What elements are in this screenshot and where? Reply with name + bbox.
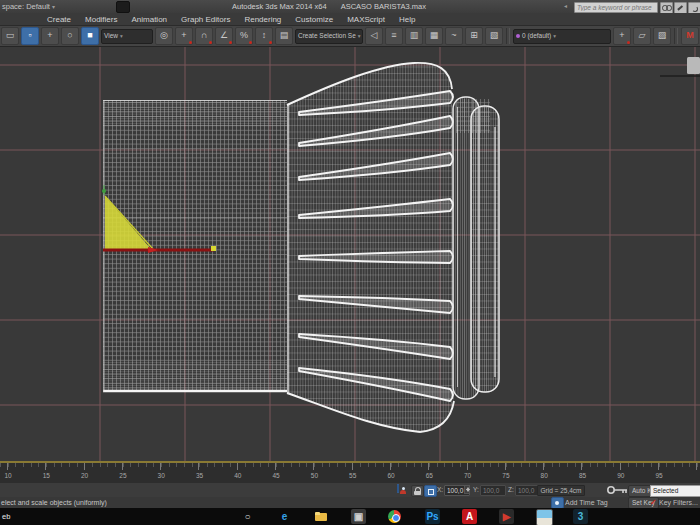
create-new-layer-button[interactable]: +	[613, 27, 631, 45]
snap-toggle-button[interactable]: ∩	[195, 27, 213, 45]
snap-toggle-glyph: ∩	[201, 30, 207, 40]
menu-create[interactable]: Create	[40, 15, 78, 24]
curve-editor-glyph: ~	[451, 30, 456, 40]
frame-label-10: 10	[4, 472, 11, 479]
layer-dropdown[interactable]: 0 (default)▾	[513, 29, 611, 44]
menu-maxscript[interactable]: MAXScript	[340, 15, 392, 24]
viewport-canvas	[0, 47, 700, 461]
title-bar: space: Default ▾ Autodesk 3ds Max 2014 x…	[0, 0, 700, 14]
curve-editor-button[interactable]: ~	[445, 27, 463, 45]
spinner-down-icon[interactable]	[466, 489, 470, 492]
create-new-layer-glyph: +	[619, 30, 624, 40]
select-and-manipulate-glyph: +	[181, 30, 186, 40]
use-center-button[interactable]: ◎	[155, 27, 173, 45]
angle-snap-button[interactable]: ∠	[215, 27, 233, 45]
perspective-viewport[interactable]	[0, 47, 700, 461]
align-button[interactable]: ≡	[385, 27, 403, 45]
material-editor-button[interactable]: M	[681, 27, 699, 45]
workspace-selector[interactable]: space: Default ▾	[2, 2, 55, 11]
chevron-down-icon: ▾	[52, 4, 55, 10]
reference-coordinate-dropdown[interactable]: View▾	[101, 29, 153, 44]
mirror-button[interactable]: ◁	[365, 27, 383, 45]
absolute-mode-toggle[interactable]	[424, 485, 437, 497]
snap-indicator-dot	[209, 41, 212, 44]
windows-taskbar: eb ○e▣PsA▶3	[0, 508, 700, 525]
chrome-icon[interactable]	[388, 510, 401, 523]
toggle-scene-explorer-button[interactable]: ▧	[485, 27, 503, 45]
spinner-snap-button[interactable]: ↕	[255, 27, 273, 45]
infocenter-search[interactable]	[574, 2, 658, 13]
toggle-scene-explorer-glyph: ▧	[490, 30, 499, 40]
chevron-down-icon: ▾	[120, 33, 123, 39]
spinner-snap-glyph: ↕	[262, 30, 267, 40]
app-title: Autodesk 3ds Max 2014 x64	[232, 2, 327, 11]
selection-region-icon[interactable]: ▭	[1, 27, 19, 45]
graphite-ribbon-button[interactable]: ▦	[425, 27, 443, 45]
select-and-rotate-glyph: ○	[67, 30, 72, 40]
use-center-glyph: ◎	[160, 30, 168, 40]
wireframe-flare[interactable]	[287, 63, 454, 432]
add-to-layer-button[interactable]: ▱	[633, 27, 651, 45]
layer-manager-button[interactable]: ▥	[405, 27, 423, 45]
x-label: X:	[437, 486, 443, 493]
viewport-scroll-tab[interactable]	[660, 57, 700, 76]
track-bar[interactable]: 101520253035404550556065707580859095	[0, 463, 700, 484]
binocular-lens	[666, 5, 672, 11]
select-objects-in-layer-button[interactable]: ▨	[653, 27, 671, 45]
x-spinner[interactable]	[464, 485, 470, 494]
edge-icon[interactable]: e	[277, 509, 292, 524]
menu-graph-editors[interactable]: Graph Editors	[174, 15, 237, 24]
y-coordinate-field[interactable]: 100,0	[480, 485, 506, 496]
mirror-glyph: ◁	[371, 30, 378, 40]
schematic-view-button[interactable]: ⊞	[465, 27, 483, 45]
subscription-wrench-icon[interactable]	[674, 2, 687, 14]
menu-help[interactable]: Help	[392, 15, 422, 24]
select-and-move-button[interactable]: +	[41, 27, 59, 45]
select-and-rotate-button[interactable]: ○	[61, 27, 79, 45]
snap-indicator-dot	[627, 41, 630, 44]
frame-label-95: 95	[655, 472, 662, 479]
frame-label-50: 50	[311, 472, 318, 479]
file-explorer-icon[interactable]	[314, 509, 329, 524]
key-filters-button[interactable]: Key Filters...	[659, 499, 698, 506]
frame-label-55: 55	[349, 472, 356, 479]
selection-set-combo[interactable]: Selected	[650, 485, 700, 497]
add-to-layer-glyph: ▱	[639, 30, 646, 40]
material-editor-glyph: M	[686, 30, 694, 40]
menu-animation[interactable]: Animation	[124, 15, 174, 24]
menu-rendering[interactable]: Rendering	[237, 15, 288, 24]
toolbar-separator	[506, 28, 510, 44]
workspace-flyout-button[interactable]	[116, 1, 130, 13]
select-object-button[interactable]: ▫	[21, 27, 39, 45]
edit-selection-sets-button[interactable]: ▤	[275, 27, 293, 45]
select-and-scale-button[interactable]: ■	[81, 27, 99, 45]
layer-color-swatch	[516, 34, 520, 38]
search-input[interactable]	[575, 3, 657, 12]
selection-lock-toggle[interactable]	[411, 485, 424, 497]
communication-center-icon[interactable]	[688, 2, 700, 14]
photos-app-icon[interactable]	[536, 509, 553, 525]
snap-indicator-dot	[269, 41, 272, 44]
named-selection-sets-dropdown[interactable]: Create Selection Se▾	[295, 29, 363, 44]
cortana-icon[interactable]: ○	[240, 509, 255, 524]
photoshop-icon[interactable]: Ps	[425, 509, 440, 524]
select-and-manipulate-button[interactable]: +	[175, 27, 193, 45]
frame-label-15: 15	[43, 472, 50, 479]
search-binoculars-icon[interactable]	[660, 2, 673, 14]
select-and-scale-glyph: ■	[87, 30, 92, 40]
snap-indicator-dot	[229, 41, 232, 44]
menu-modifiers[interactable]: Modifiers	[78, 15, 124, 24]
wireframe-cap[interactable]	[453, 97, 499, 399]
3dsmax-app-icon[interactable]: 3	[573, 509, 588, 524]
menu-customize[interactable]: Customize	[288, 15, 340, 24]
media-app-icon[interactable]: ▶	[499, 509, 514, 524]
infocenter-collapse-icon[interactable]: ◂	[564, 2, 567, 9]
edit-selection-sets-glyph: ▤	[280, 30, 289, 40]
acrobat-icon[interactable]: A	[462, 509, 477, 524]
isolate-selection-toggle[interactable]	[397, 484, 399, 493]
percent-snap-button[interactable]: %	[235, 27, 253, 45]
menu-bar: CreateModifiersAnimationGraph EditorsRen…	[0, 13, 700, 26]
add-time-tag-button[interactable]: Add Time Tag	[565, 499, 608, 506]
mail-app-icon[interactable]: ▣	[351, 509, 366, 524]
frame-label-90: 90	[617, 472, 624, 479]
